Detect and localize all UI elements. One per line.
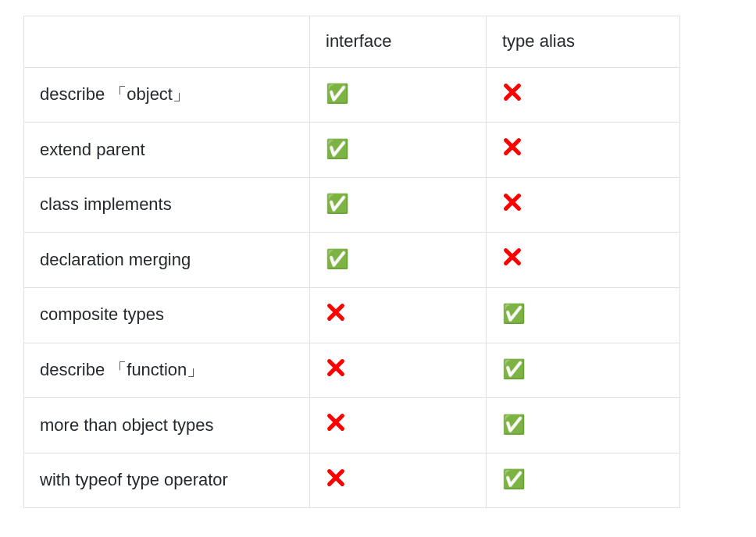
check-icon: ✅ xyxy=(326,140,349,158)
table-row: describe 「function」✅ xyxy=(24,343,680,398)
typealias-cell: ✅ xyxy=(487,398,680,453)
cross-icon xyxy=(326,468,346,488)
interface-cell: ✅ xyxy=(310,67,487,123)
typealias-cell xyxy=(487,123,680,178)
feature-cell: with typeof type operator xyxy=(24,453,310,508)
feature-cell: describe 「function」 xyxy=(24,343,310,398)
header-empty xyxy=(24,16,310,68)
table-row: composite types✅ xyxy=(24,287,680,343)
interface-cell: ✅ xyxy=(310,233,487,288)
header-typealias: type alias xyxy=(487,16,680,68)
check-icon: ✅ xyxy=(502,415,526,434)
check-icon: ✅ xyxy=(502,360,526,379)
table-header-row: interface type alias xyxy=(24,16,680,68)
comparison-table: interface type alias describe 「object」✅e… xyxy=(23,16,680,508)
interface-cell xyxy=(310,287,487,343)
table-row: describe 「object」✅ xyxy=(24,67,680,123)
header-interface: interface xyxy=(310,16,487,68)
cross-icon xyxy=(502,137,522,157)
interface-cell xyxy=(310,398,487,453)
typealias-cell xyxy=(487,177,680,233)
feature-cell: composite types xyxy=(24,287,310,343)
table-row: declaration merging✅ xyxy=(24,233,680,288)
cross-icon xyxy=(502,247,522,267)
check-icon: ✅ xyxy=(326,250,349,268)
interface-cell xyxy=(310,343,487,398)
cross-icon xyxy=(502,82,522,102)
typealias-cell xyxy=(487,67,680,123)
comparison-table-wrapper: interface type alias describe 「object」✅e… xyxy=(0,0,756,524)
check-icon: ✅ xyxy=(502,304,526,323)
table-row: more than object types✅ xyxy=(24,398,680,453)
interface-cell xyxy=(310,453,487,508)
feature-cell: describe 「object」 xyxy=(24,67,310,123)
table-row: with typeof type operator✅ xyxy=(24,453,680,508)
check-icon: ✅ xyxy=(326,194,349,213)
interface-cell: ✅ xyxy=(310,123,487,178)
check-icon: ✅ xyxy=(326,84,349,103)
table-row: extend parent✅ xyxy=(24,123,680,178)
cross-icon xyxy=(326,412,346,432)
feature-cell: extend parent xyxy=(24,123,310,178)
cross-icon xyxy=(326,302,346,322)
typealias-cell: ✅ xyxy=(487,343,680,398)
typealias-cell: ✅ xyxy=(487,453,680,508)
cross-icon xyxy=(502,192,522,212)
feature-cell: class implements xyxy=(24,177,310,233)
interface-cell: ✅ xyxy=(310,177,487,233)
cross-icon xyxy=(326,357,346,378)
typealias-cell xyxy=(487,233,680,288)
typealias-cell: ✅ xyxy=(487,287,680,343)
table-row: class implements✅ xyxy=(24,177,680,233)
check-icon: ✅ xyxy=(502,470,526,489)
feature-cell: more than object types xyxy=(24,398,310,453)
feature-cell: declaration merging xyxy=(24,233,310,288)
